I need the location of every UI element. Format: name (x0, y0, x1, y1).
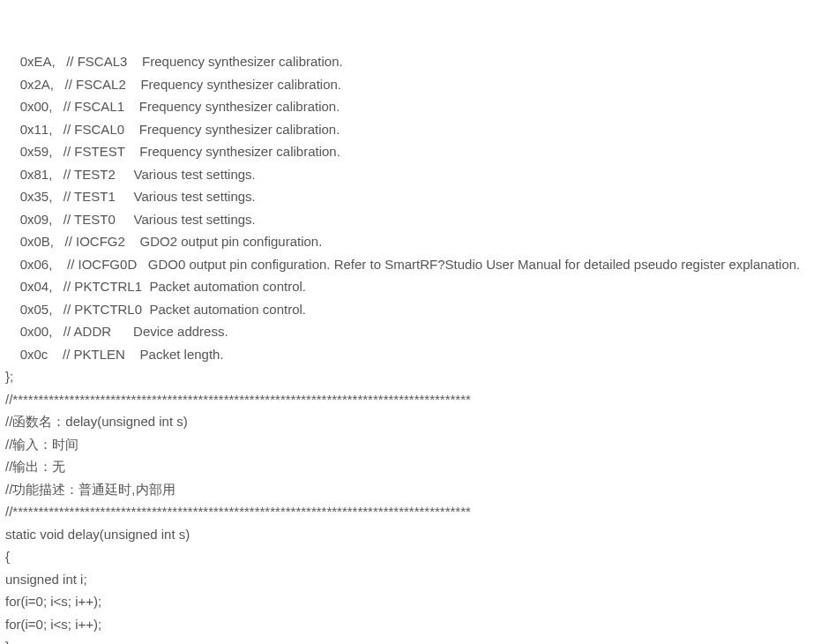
code-line: for(i=0; i<s; i++); (5, 613, 831, 636)
code-line: 0x2A, // FSCAL2 Frequency synthesizer ca… (5, 73, 831, 96)
code-line: }; (5, 365, 831, 388)
code-line: 0xEA, // FSCAL3 Frequency synthesizer ca… (5, 50, 831, 73)
code-line: 0x00, // ADDR Device address. (5, 320, 831, 343)
code-line: //**************************************… (5, 500, 831, 523)
code-line: 0x59, // FSTEST Frequency synthesizer ca… (5, 140, 831, 163)
code-line: static void delay(unsigned int s) (5, 523, 831, 546)
code-line: //输入：时间 (5, 433, 831, 456)
code-line: 0x0B, // IOCFG2 GDO2 output pin configur… (5, 230, 831, 253)
code-content: 0xEA, // FSCAL3 Frequency synthesizer ca… (5, 50, 831, 644)
code-line: 0x35, // TEST1 Various test settings. (5, 185, 831, 208)
code-line: //函数名：delay(unsigned int s) (5, 410, 831, 433)
code-line: 0x09, // TEST0 Various test settings. (5, 208, 831, 231)
code-line: 0x04, // PKTCTRL1 Packet automation cont… (5, 275, 831, 298)
code-line: 0x05, // PKTCTRL0 Packet automation cont… (5, 298, 831, 321)
code-line: 0x06, // IOCFG0D GDO0 output pin configu… (5, 253, 831, 276)
code-line: 0x81, // TEST2 Various test settings. (5, 163, 831, 186)
code-line: //**************************************… (5, 388, 831, 411)
code-line: { (5, 545, 831, 568)
code-line: 0x0c // PKTLEN Packet length. (5, 343, 831, 366)
code-line: 0x11, // FSCAL0 Frequency synthesizer ca… (5, 118, 831, 141)
code-line: } (5, 635, 831, 644)
code-line: //输出：无 (5, 455, 831, 478)
code-line: 0x00, // FSCAL1 Frequency synthesizer ca… (5, 95, 831, 118)
code-line: for(i=0; i<s; i++); (5, 590, 831, 613)
code-line: unsigned int i; (5, 568, 831, 591)
code-line: //功能描述：普通廷时,内部用 (5, 478, 831, 501)
